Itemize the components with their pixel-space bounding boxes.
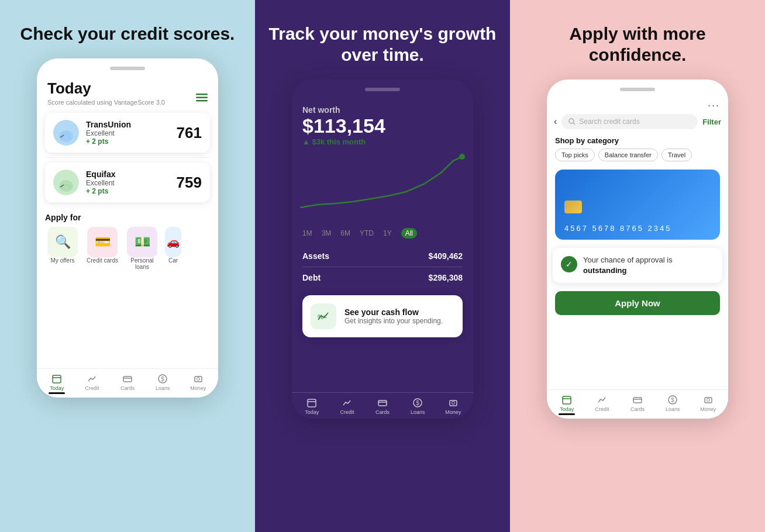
nav-credit-label-2: Credit [340,409,354,415]
nav-loans-label-3: Loans [666,406,680,412]
personal-loans-label: Personal loans [125,257,160,270]
svg-text:$: $ [416,400,420,406]
cashflow-text: See your cash flow Get insights into you… [344,308,443,325]
approval-strong: outstanding [583,266,626,275]
svg-point-26 [569,119,574,123]
nav-credit-1[interactable]: Credit [80,374,105,394]
nav-credit-2[interactable]: Credit [335,398,360,415]
category-title: Shop by category [555,136,720,145]
chip-top-picks[interactable]: Top picks [555,148,595,161]
chip-travel[interactable]: Travel [661,148,692,161]
equifax-info: Equifax Excellent + 2 pts [86,170,170,195]
nav-loans-2[interactable]: $ Loans [405,398,430,415]
chip-balance-transfer[interactable]: Balance transfer [598,148,658,161]
nav-credit-label-1: Credit [85,385,99,391]
transunion-name: TransUnion [86,120,170,129]
tab-3m[interactable]: 3M [322,229,332,237]
equifax-rating: Excellent [86,179,170,187]
nav-today-label-2: Today [305,409,319,415]
nav-money-2[interactable]: Money [440,398,466,415]
money-icon-1 [193,374,204,384]
cashflow-title: See your cash flow [344,308,443,317]
score-divider [45,157,210,158]
menu-icon[interactable] [196,92,208,105]
transunion-rating: Excellent [86,129,170,137]
panel-apply: Apply with more confidence. ... ‹ Search… [510,0,765,532]
apply-now-button[interactable]: Apply Now [555,291,720,315]
svg-rect-28 [563,396,571,404]
time-tabs: 1M 3M 6M YTD 1Y All [302,228,463,239]
tab-6m[interactable]: 6M [340,229,350,237]
offers-label: My offers [45,257,80,264]
apply-credit-cards[interactable]: 💳 Credit cards [85,227,120,264]
nav-cards-1[interactable]: Cards [115,374,140,394]
svg-rect-1 [196,97,208,99]
debt-value: $296,308 [429,273,463,282]
nav-loans-1[interactable]: $ Loans [150,374,175,394]
svg-point-3 [59,130,73,142]
credit-icon-1 [87,374,98,384]
card-chip [564,201,582,213]
equifax-icon [53,170,79,195]
equifax-name: Equifax [86,170,170,179]
search-box[interactable]: Search credit cards [561,114,698,129]
nav-bar-2: Today Credit Cards $ Loans Money [292,392,473,419]
back-button[interactable]: ‹ [554,116,557,127]
debt-label: Debt [302,273,321,282]
apply-offers[interactable]: 🔍 My offers [45,227,80,264]
nav-loans-3[interactable]: $ Loans [660,395,685,415]
apply-car[interactable]: 🚗 Car [164,227,182,264]
svg-point-15 [459,154,465,160]
svg-point-14 [197,378,199,381]
nav-loans-label-2: Loans [411,409,425,415]
net-worth-change: ▲ $3k this month [302,137,463,146]
nav-money-3[interactable]: Money [695,395,721,415]
phone-notch-2 [365,88,400,91]
nav-cards-3[interactable]: Cards [625,395,650,415]
tab-ytd[interactable]: YTD [360,229,374,237]
nav-today-1[interactable]: Today [44,374,70,394]
vantage-subtitle: Score calculated using VantageScore 3.0 [47,99,208,106]
assets-label: Assets [302,251,329,261]
nav-money-label-2: Money [445,409,461,415]
approval-card: ✓ Your chance of approval is outstanding [553,248,722,283]
today-label: Today [47,80,208,98]
panel3-title: Apply with more confidence. [522,23,753,65]
nav-credit-3[interactable]: Credit [590,395,615,415]
nav-money-1[interactable]: Money [185,374,211,394]
assets-row: Assets $409,462 [302,246,463,267]
cashflow-sub: Get insights into your spending. [344,317,443,325]
apply-personal-loans[interactable]: 💵 Personal loans [125,227,160,270]
net-worth-value: $113,154 [302,115,463,137]
today-icon [51,374,62,384]
more-dots[interactable]: ... [547,97,728,112]
svg-rect-20 [378,400,387,406]
nav-cards-2[interactable]: Cards [370,398,395,415]
debt-row: Debt $296,308 [302,267,463,288]
search-icon [568,118,576,125]
nav-today-label-1: Today [50,385,64,391]
approval-text: Your chance of approval is outstanding [583,255,673,276]
filter-button[interactable]: Filter [702,118,721,126]
phone-notch-3 [620,88,655,91]
phone1-header: Today Score calculated using VantageScor… [37,76,218,108]
tab-all[interactable]: All [401,228,417,239]
equifax-card: Equifax Excellent + 2 pts 759 [45,163,210,202]
svg-text:$: $ [671,397,675,403]
nav-money-label-3: Money [700,406,716,412]
svg-rect-30 [633,398,642,403]
cashflow-card[interactable]: %= See your cash flow Get insights into … [302,295,463,337]
svg-rect-7 [53,375,61,383]
nav-today-2[interactable]: Today [299,398,325,415]
tab-1m[interactable]: 1M [302,229,312,237]
panel2-title: Track your money's growth over time. [267,23,498,65]
assets-value: $409,462 [429,251,463,261]
nav-active-bar-3 [559,413,575,415]
nav-cards-label-2: Cards [375,409,390,415]
credit-card-visual: 4567 5678 8765 2345 [555,170,720,240]
phone3-header: ‹ Search credit cards Filter [547,112,728,134]
phone-mockup-3: ... ‹ Search credit cards Filter Shop by… [547,80,728,419]
transunion-info: TransUnion Excellent + 2 pts [86,120,170,146]
nav-today-3[interactable]: Today [554,395,580,415]
tab-1y[interactable]: 1Y [383,229,392,237]
